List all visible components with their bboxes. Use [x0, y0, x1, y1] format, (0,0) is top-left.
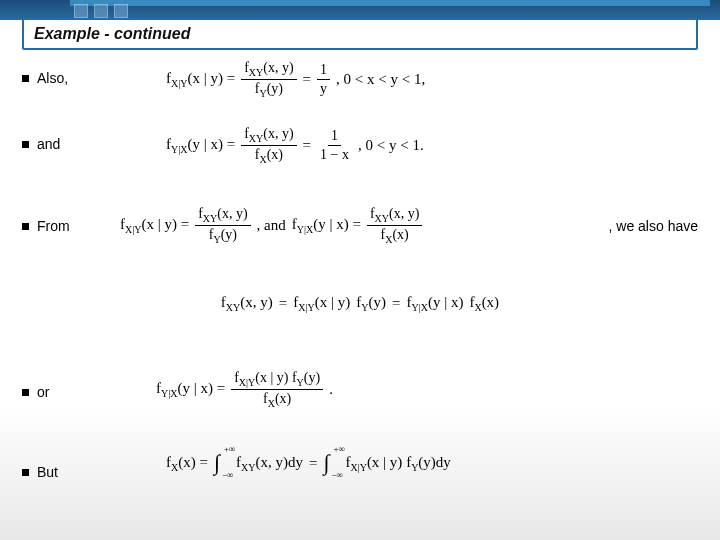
deco-square: [74, 4, 88, 18]
slide-title-box: Example - continued: [22, 18, 698, 50]
equation-1: fX|Y(x | y) = fXY(x, y) fY(y) = 1 y , 0 …: [166, 60, 425, 99]
integral-icon: ∫ +∞ −∞: [214, 450, 220, 476]
label-and: and: [37, 136, 60, 152]
from-tail: , we also have: [609, 218, 699, 234]
equation-5: fY|X(y | x) = fX|Y(x | y) fY(y) fX(x) .: [156, 370, 333, 409]
slide-content: Also, fX|Y(x | y) = fXY(x, y) fY(y) = 1 …: [22, 58, 698, 530]
bullet-icon: [22, 469, 29, 476]
header-decoration: [0, 0, 720, 20]
bullet-and: and: [22, 136, 60, 152]
bullet-icon: [22, 141, 29, 148]
equation-2: fY|X(y | x) = fXY(x, y) fX(x) = 1 1 − x …: [166, 126, 424, 165]
label-but: But: [37, 464, 58, 480]
bullet-icon: [22, 75, 29, 82]
equation-3: fX|Y(x | y) = fXY(x, y) fY(y) , and fY|X…: [120, 206, 422, 245]
bullet-icon: [22, 223, 29, 230]
bullet-but: But: [22, 464, 58, 480]
label-from: From: [37, 218, 70, 234]
bullet-from: From: [22, 218, 70, 234]
bullet-icon: [22, 389, 29, 396]
bullet-also: Also,: [22, 70, 68, 86]
deco-square: [114, 4, 128, 18]
deco-square: [94, 4, 108, 18]
integral-icon: ∫ +∞ −∞: [323, 450, 329, 476]
label-also: Also,: [37, 70, 68, 86]
slide-title: Example - continued: [34, 25, 190, 43]
equation-6: fX(x) = ∫ +∞ −∞ fXY(x, y)dy = ∫ +∞ −∞ fX…: [166, 450, 451, 476]
bullet-or: or: [22, 384, 49, 400]
equation-4: fXY(x, y) = fX|Y(x | y) fY(y) = fY|X(y |…: [22, 294, 698, 313]
label-or: or: [37, 384, 49, 400]
